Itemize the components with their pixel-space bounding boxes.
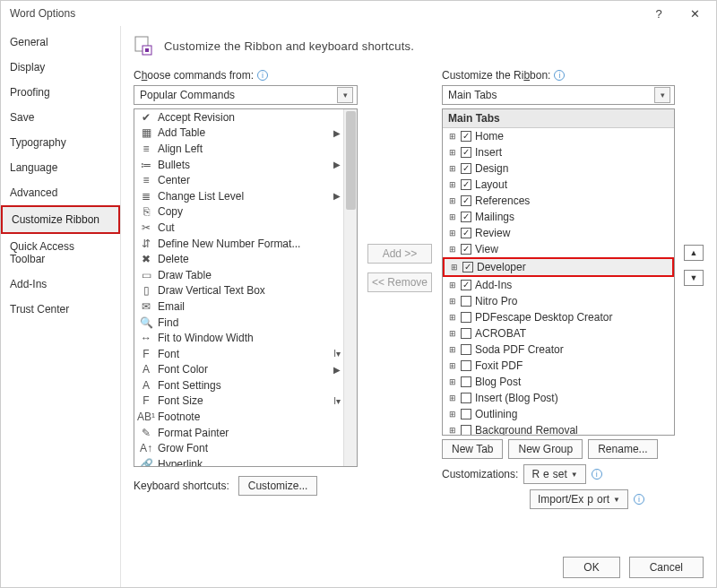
command-item[interactable]: ▯Draw Vertical Text Box	[134, 283, 357, 299]
command-item[interactable]: ▭Draw Table	[134, 267, 357, 283]
expand-icon[interactable]: ⊞	[448, 297, 457, 306]
command-item[interactable]: ⇵Define New Number Format...	[134, 236, 357, 252]
tab-item-design[interactable]: ⊞Design	[443, 160, 674, 177]
expand-icon[interactable]: ⊞	[448, 229, 457, 238]
commands-listbox[interactable]: ✔Accept Revision▦Add Table▶≡Align Left≔B…	[134, 108, 358, 467]
command-item[interactable]: FFont SizeI▾	[134, 393, 357, 410]
expand-icon[interactable]: ⊞	[448, 196, 457, 205]
command-item[interactable]: 🔍Find	[134, 315, 357, 331]
checkbox[interactable]	[461, 195, 471, 206]
tab-item-blog-post[interactable]: ⊞Blog Post	[443, 374, 674, 390]
checkbox[interactable]	[461, 312, 471, 323]
command-item[interactable]: ≡Align Left	[134, 141, 357, 157]
command-item[interactable]: ▦Add Table▶	[134, 125, 357, 142]
tab-item-review[interactable]: ⊞Review	[443, 225, 674, 241]
sidebar-item-add-ins[interactable]: Add-Ins	[1, 272, 120, 297]
sidebar-item-trust-center[interactable]: Trust Center	[1, 297, 120, 322]
command-item[interactable]: 🔗Hyperlink...	[134, 456, 357, 467]
command-item[interactable]: ✖Delete	[134, 251, 357, 267]
tab-item-insert[interactable]: ⊞Insert	[443, 144, 674, 160]
expand-icon[interactable]: ⊞	[448, 132, 457, 141]
remove-button[interactable]: << Remove	[367, 272, 432, 292]
sidebar-item-language[interactable]: Language	[1, 155, 120, 180]
command-item[interactable]: ≔Bullets▶	[134, 157, 357, 173]
tab-item-acrobat[interactable]: ⊞ACROBAT	[443, 325, 674, 342]
checkbox[interactable]	[461, 131, 471, 142]
sidebar-item-advanced[interactable]: Advanced	[1, 180, 120, 205]
checkbox[interactable]	[461, 376, 471, 387]
cancel-button[interactable]: Cancel	[629, 557, 704, 578]
scroll-thumb[interactable]	[346, 111, 356, 210]
tab-item-view[interactable]: ⊞View	[443, 241, 674, 257]
command-item[interactable]: ≣Change List Level▶	[134, 188, 357, 204]
tab-item-pdfescape-desktop-creator[interactable]: ⊞PDFescape Desktop Creator	[443, 309, 674, 325]
command-item[interactable]: AB¹Footnote	[134, 409, 357, 425]
command-item[interactable]: ✔Accept Revision	[134, 109, 357, 125]
help-button[interactable]: ?	[641, 2, 677, 25]
sidebar-item-display[interactable]: Display	[1, 55, 120, 80]
expand-icon[interactable]: ⊞	[448, 164, 457, 173]
expand-icon[interactable]: ⊞	[448, 410, 457, 419]
command-item[interactable]: ⎘Copy	[134, 204, 357, 220]
new-group-button[interactable]: New Group	[508, 439, 583, 459]
checkbox[interactable]	[461, 360, 471, 371]
tab-item-home[interactable]: ⊞Home	[443, 128, 674, 144]
expand-icon[interactable]: ⊞	[448, 281, 457, 290]
tab-item-developer[interactable]: ⊞Developer	[443, 257, 674, 277]
expand-icon[interactable]: ⊞	[448, 329, 457, 338]
close-button[interactable]: ✕	[677, 2, 713, 25]
command-item[interactable]: ✉Email	[134, 298, 357, 315]
command-item[interactable]: ✎Format Painter	[134, 425, 357, 441]
move-up-button[interactable]: ▲	[684, 245, 704, 261]
command-item[interactable]: A↑Grow Font	[134, 440, 357, 456]
command-item[interactable]: ≡Center	[134, 172, 357, 188]
expand-icon[interactable]: ⊞	[448, 361, 457, 370]
checkbox[interactable]	[462, 262, 473, 272]
checkbox[interactable]	[461, 147, 471, 158]
add-button[interactable]: Add >>	[367, 244, 432, 264]
reset-button[interactable]: Reset ▼	[523, 464, 585, 484]
info-icon[interactable]: i	[634, 494, 644, 505]
sidebar-item-typography[interactable]: Typography	[1, 130, 120, 155]
scrollbar[interactable]	[343, 109, 357, 466]
tab-item-mailings[interactable]: ⊞Mailings	[443, 209, 674, 225]
sidebar-item-customize-ribbon[interactable]: Customize Ribbon	[1, 205, 120, 234]
tab-item-soda-pdf-creator[interactable]: ⊞Soda PDF Creator	[443, 342, 674, 358]
expand-icon[interactable]: ⊞	[448, 426, 457, 435]
command-item[interactable]: FFontI▾	[134, 346, 357, 362]
customize-keyboard-button[interactable]: Customize...	[238, 476, 318, 496]
info-icon[interactable]: i	[554, 70, 565, 81]
command-item[interactable]: ↔Fit to Window Width	[134, 330, 357, 346]
checkbox[interactable]	[461, 212, 471, 222]
checkbox[interactable]	[461, 280, 471, 290]
choose-commands-dropdown[interactable]: Popular Commands ▾	[134, 85, 358, 105]
expand-icon[interactable]: ⊞	[448, 345, 457, 354]
sidebar-item-save[interactable]: Save	[1, 105, 120, 130]
import-export-button[interactable]: Import/Export ▼	[530, 489, 628, 509]
command-item[interactable]: AFont Color▶	[134, 362, 357, 378]
tab-item-foxit-pdf[interactable]: ⊞Foxit PDF	[443, 358, 674, 374]
checkbox[interactable]	[461, 344, 471, 355]
tab-item-add-ins[interactable]: ⊞Add-Ins	[443, 277, 674, 293]
new-tab-button[interactable]: New Tab	[442, 439, 503, 459]
tab-item-layout[interactable]: ⊞Layout	[443, 177, 674, 193]
ok-button[interactable]: OK	[563, 557, 619, 578]
tab-item-background-removal[interactable]: ⊞Background Removal	[443, 422, 674, 436]
checkbox[interactable]	[461, 228, 471, 238]
expand-icon[interactable]: ⊞	[450, 263, 459, 272]
tab-item-references[interactable]: ⊞References	[443, 193, 674, 209]
checkbox[interactable]	[461, 328, 471, 339]
expand-icon[interactable]: ⊞	[448, 393, 457, 402]
command-item[interactable]: ✂Cut	[134, 220, 357, 236]
sidebar-item-quick-access-toolbar[interactable]: Quick Access Toolbar	[1, 234, 120, 272]
tab-item-insert-blog-post-[interactable]: ⊞Insert (Blog Post)	[443, 390, 674, 406]
ribbon-scope-dropdown[interactable]: Main Tabs ▾	[442, 85, 675, 105]
sidebar-item-general[interactable]: General	[1, 30, 120, 55]
checkbox[interactable]	[461, 296, 471, 307]
expand-icon[interactable]: ⊞	[448, 377, 457, 386]
sidebar-item-proofing[interactable]: Proofing	[1, 80, 120, 105]
expand-icon[interactable]: ⊞	[448, 245, 457, 254]
expand-icon[interactable]: ⊞	[448, 212, 457, 221]
tab-item-nitro-pro[interactable]: ⊞Nitro Pro	[443, 293, 674, 309]
info-icon[interactable]: i	[257, 70, 268, 81]
